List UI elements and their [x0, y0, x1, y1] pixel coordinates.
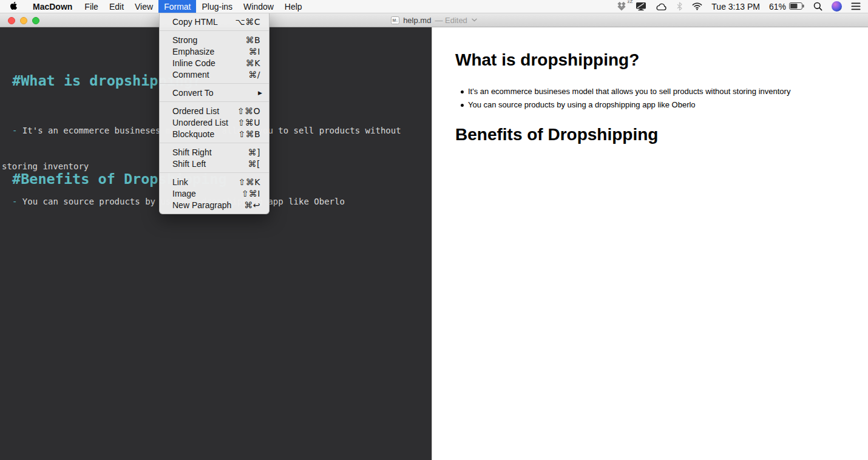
menubar-item-view[interactable]: View: [129, 0, 158, 13]
menubar-item-file[interactable]: File: [79, 0, 104, 13]
menu-item-label: New Paragraph: [172, 200, 231, 210]
menu-item-emphasize[interactable]: Emphasize ⌘I: [160, 46, 269, 57]
menu-item-link[interactable]: Link ⇧⌘K: [160, 176, 269, 188]
menu-item-label: Unordered List: [172, 118, 228, 127]
menubar-item-window[interactable]: Window: [238, 0, 279, 13]
menu-item-shortcut: ⌘]: [248, 147, 260, 157]
menu-item-label: Shift Right: [172, 147, 212, 157]
menu-item-shortcut: ⌘[: [248, 159, 260, 169]
apple-menu[interactable]: [0, 0, 26, 13]
menu-item-label: Blockquote: [172, 129, 214, 139]
document-filename: help.md: [403, 16, 431, 25]
submenu-arrow-icon: ▶: [258, 90, 262, 96]
menubar-app-name[interactable]: MacDown: [26, 0, 79, 13]
menu-item-shortcut: ⌘B: [245, 35, 260, 45]
menu-item-shortcut: ⇧⌘U: [238, 118, 260, 127]
cloud-icon[interactable]: [656, 0, 667, 13]
menu-item-ordered-list[interactable]: Ordered List ⇧⌘O: [160, 105, 269, 117]
menu-item-shortcut: ⇧⌘K: [239, 177, 260, 187]
menu-item-label: Image: [172, 189, 196, 198]
menu-item-shortcut: ⌘↩: [244, 200, 260, 210]
menu-item-blockquote[interactable]: Blockquote ⇧⌘B: [160, 128, 269, 140]
display-icon[interactable]: [636, 0, 646, 13]
menu-item-shortcut: ⌘I: [249, 47, 260, 56]
menu-item-inline-code[interactable]: Inline Code ⌘K: [160, 57, 269, 69]
battery-status[interactable]: 61%: [769, 0, 804, 13]
menu-item-label: Ordered List: [172, 106, 219, 116]
preview-bullet-list: It's an ecommerce busineses model that a…: [455, 85, 790, 112]
list-item: You can source products by using a drops…: [455, 98, 790, 112]
battery-percent-label: 61%: [769, 2, 786, 12]
preview-heading: Benefits of Dropshipping: [455, 125, 658, 144]
menu-item-label: Shift Left: [172, 159, 206, 169]
menu-item-image[interactable]: Image ⇧⌘I: [160, 188, 269, 199]
menu-item-label: Link: [172, 177, 188, 187]
menu-item-label: Comment: [172, 70, 209, 79]
menu-separator: [160, 101, 269, 102]
menu-item-label: Copy HTML: [172, 17, 218, 27]
title-chevron-down-icon[interactable]: [472, 18, 477, 22]
menu-item-shift-left[interactable]: Shift Left ⌘[: [160, 158, 269, 169]
bullet-icon: [461, 90, 464, 93]
menu-item-shortcut: ⌘/: [248, 70, 260, 79]
menu-item-new-paragraph[interactable]: New Paragraph ⌘↩: [160, 199, 269, 211]
siri-icon[interactable]: [832, 0, 842, 13]
menu-separator: [160, 172, 269, 173]
bullet-icon: [461, 104, 464, 107]
window-titlebar: M↓ help.md — Edited: [0, 13, 868, 27]
menu-separator: [160, 30, 269, 31]
preview-heading: What is dropshipping?: [455, 50, 639, 70]
menu-item-strong[interactable]: Strong ⌘B: [160, 34, 269, 46]
menu-item-label: Inline Code: [172, 58, 215, 68]
apple-logo-icon: [10, 1, 18, 12]
list-item-text: You can source products by using a drops…: [468, 100, 696, 109]
menu-item-copy-html[interactable]: Copy HTML ⌥⌘C: [160, 16, 269, 27]
format-dropdown-menu: Copy HTML ⌥⌘C Strong ⌘B Emphasize ⌘I Inl…: [159, 13, 270, 214]
menu-item-label: Emphasize: [172, 47, 214, 56]
preview-pane[interactable]: What is dropshipping? It's an ecommerce …: [432, 27, 868, 460]
menu-item-shortcut: ⇧⌘I: [242, 189, 260, 198]
menu-separator: [160, 143, 269, 143]
menu-item-shortcut: ⌘K: [246, 58, 260, 68]
list-item: It's an ecommerce busineses model that a…: [455, 85, 790, 98]
menubar-item-help[interactable]: Help: [279, 0, 308, 13]
wifi-icon[interactable]: [692, 0, 702, 13]
menu-item-label: Convert To: [172, 88, 213, 98]
menubar-menus: MacDown File Edit View Format Plug-ins W…: [0, 0, 308, 13]
bluetooth-icon[interactable]: [676, 0, 683, 13]
spotlight-search-icon[interactable]: [813, 0, 822, 13]
list-item-text: It's an ecommerce busineses model that a…: [468, 87, 790, 96]
document-edited-status: — Edited: [435, 16, 467, 25]
menubar-item-plugins[interactable]: Plug-ins: [196, 0, 238, 13]
menubar-item-format[interactable]: Format: [158, 0, 196, 13]
notification-center-icon[interactable]: [851, 0, 861, 13]
menu-item-shift-right[interactable]: Shift Right ⌘]: [160, 146, 269, 158]
markdown-doc-icon[interactable]: M↓: [391, 16, 399, 24]
menu-separator: [160, 83, 269, 84]
menubar-clock[interactable]: Tue 3:13 PM: [711, 0, 760, 13]
menu-item-label: Strong: [172, 35, 197, 45]
menu-item-comment[interactable]: Comment ⌘/: [160, 69, 269, 80]
dropbox-sleep-badge: zZ: [627, 0, 632, 4]
window-title: M↓ help.md — Edited: [0, 13, 868, 27]
menu-item-shortcut: ⇧⌘B: [238, 129, 260, 139]
dropbox-icon[interactable]: zZ: [617, 0, 626, 13]
menubar-item-edit[interactable]: Edit: [104, 0, 129, 13]
menu-item-unordered-list[interactable]: Unordered List ⇧⌘U: [160, 117, 269, 128]
menu-item-shortcut: ⌥⌘C: [236, 17, 260, 27]
battery-icon: [789, 2, 804, 12]
menu-item-convert-to[interactable]: Convert To ▶: [160, 87, 269, 98]
menubar: MacDown File Edit View Format Plug-ins W…: [0, 0, 868, 13]
menu-item-shortcut: ⇧⌘O: [237, 106, 260, 116]
menubar-status-area: zZ Tu: [617, 0, 868, 13]
